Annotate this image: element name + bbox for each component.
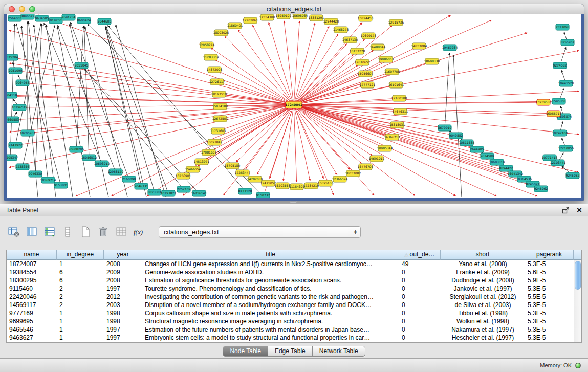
- graph-node[interactable]: 12944420: [323, 18, 339, 25]
- graph-node[interactable]: 10511685: [459, 140, 475, 146]
- import-table-icon[interactable]: [43, 225, 56, 238]
- graph-node[interactable]: 10771418: [542, 155, 558, 161]
- graph-node[interactable]: 18003025: [213, 30, 229, 36]
- panel-splitter-handle[interactable]: [290, 201, 297, 203]
- graph-node[interactable]: 1675204: [7, 54, 18, 60]
- graph-node[interactable]: 7513098: [556, 24, 570, 30]
- graph-node[interactable]: 11607705: [384, 69, 400, 75]
- select-columns-icon[interactable]: [25, 225, 38, 238]
- graph-node[interactable]: 8733128: [238, 188, 252, 194]
- graph-node[interactable]: 16093842: [207, 139, 223, 145]
- graph-node[interactable]: 11860401: [227, 23, 243, 29]
- graph-node[interactable]: 18381291: [309, 15, 324, 21]
- graph-node[interactable]: 12058274: [199, 42, 215, 48]
- graph-node[interactable]: 12202061: [243, 17, 258, 24]
- graph-node[interactable]: 16055718: [546, 111, 562, 117]
- graph-node[interactable]: 19467934: [442, 45, 458, 51]
- graph-node[interactable]: 2660583: [7, 117, 19, 123]
- graph-node[interactable]: 14637130: [342, 37, 358, 43]
- graph-node[interactable]: 9049882: [449, 133, 463, 139]
- graph-node[interactable]: 9274582: [553, 62, 567, 69]
- table-row[interactable]: 1830029562008Estimation of significance …: [7, 276, 574, 285]
- column-header-title[interactable]: title: [142, 250, 399, 260]
- graph-node[interactable]: 20608205: [69, 146, 84, 152]
- graph-node[interactable]: 8600424: [77, 17, 91, 24]
- column-header-short[interactable]: short: [441, 250, 525, 260]
- graph-node[interactable]: 2238366: [16, 164, 30, 170]
- graph-node[interactable]: 12672501: [212, 116, 228, 122]
- graph-node[interactable]: 8679919: [438, 125, 452, 131]
- graph-node[interactable]: 8804118: [7, 92, 17, 98]
- graph-node[interactable]: 9046330: [29, 171, 42, 177]
- graph-node[interactable]: 19086053: [378, 56, 394, 62]
- function-builder-icon[interactable]: f(x): [133, 225, 146, 238]
- graph-node[interactable]: 12726117: [209, 79, 225, 85]
- graph-node[interactable]: 15695160: [318, 180, 334, 186]
- graph-node[interactable]: 16203668: [275, 183, 291, 189]
- graph-node[interactable]: 10742100: [552, 130, 568, 136]
- graph-node[interactable]: 16476706: [358, 164, 374, 170]
- graph-node[interactable]: 17081657: [201, 149, 217, 156]
- graph-node[interactable]: 10193871: [161, 190, 177, 196]
- graph-node[interactable]: 14691012: [369, 156, 385, 162]
- graph-node[interactable]: 12366594: [332, 176, 348, 182]
- graph-node[interactable]: 9046331: [135, 183, 148, 189]
- graph-node[interactable]: 12915736: [388, 19, 404, 26]
- row-height-icon[interactable]: [61, 225, 74, 238]
- graph-node[interactable]: 17210055: [558, 145, 574, 151]
- graph-node[interactable]: 14513971: [194, 159, 210, 165]
- graph-node[interactable]: 15695034: [292, 14, 308, 19]
- graph-node[interactable]: 8896572: [21, 14, 35, 19]
- graph-node[interactable]: 11154302: [289, 184, 305, 190]
- graph-node[interactable]: 10905347: [7, 155, 18, 161]
- vertical-scrollbar[interactable]: [574, 260, 581, 342]
- table-row[interactable]: 1872400712008Changes of HCN gene express…: [7, 260, 574, 268]
- graph-node[interactable]: 2160090: [122, 176, 136, 182]
- graph-node[interactable]: 11731603: [210, 128, 226, 134]
- table-row[interactable]: 911546021997Tourette syndrome. Phenomeno…: [7, 285, 574, 293]
- table-row[interactable]: 946362711997Embryonic stem cells: a mode…: [7, 334, 574, 342]
- tab-edge-table[interactable]: Edge Table: [268, 346, 313, 356]
- graph-node[interactable]: 16705180: [225, 163, 241, 169]
- graph-node[interactable]: 9153801: [54, 182, 68, 188]
- graph-node[interactable]: 10699178: [361, 33, 377, 39]
- graph-node[interactable]: 18057082: [345, 170, 361, 177]
- graph-node[interactable]: 18698338: [424, 58, 440, 64]
- graph-node[interactable]: 10196519: [12, 104, 28, 111]
- table-select-dropdown[interactable]: citations_edges.txt ▲▼: [159, 226, 361, 238]
- new-table-icon[interactable]: [79, 225, 92, 238]
- network-canvas[interactable]: 2564005889657296345051019750576912348600…: [7, 14, 581, 198]
- table-row[interactable]: 1938455462009Genome-wide association stu…: [7, 268, 574, 276]
- graph-node[interactable]: 11283309: [203, 54, 219, 60]
- graph-node[interactable]: 15318031: [389, 122, 405, 128]
- graph-node[interactable]: 17777121: [360, 82, 376, 88]
- graph-node[interactable]: 9143922: [9, 142, 23, 148]
- graph-node[interactable]: 9245052: [566, 172, 580, 179]
- graph-node[interactable]: 17284219: [303, 183, 319, 189]
- graph-node[interactable]: 14702039: [247, 176, 263, 182]
- graph-node[interactable]: 9064958: [16, 80, 30, 86]
- graph-node[interactable]: 14646311: [393, 108, 408, 115]
- scrollbar-thumb[interactable]: [575, 261, 581, 290]
- graph-node[interactable]: 8255957: [561, 39, 575, 46]
- graph-node[interactable]: 15034180: [212, 103, 228, 110]
- graph-node[interactable]: 15056607: [358, 71, 374, 77]
- graph-node[interactable]: 10905344: [377, 145, 393, 151]
- graph-node[interactable]: 9245062: [534, 186, 548, 192]
- graph-node[interactable]: 7691234: [62, 14, 76, 20]
- graph-node[interactable]: 12160108: [391, 95, 407, 101]
- graph-node[interactable]: 7252109: [177, 186, 191, 192]
- graph-node[interactable]: 17240041: [285, 101, 302, 108]
- column-header-year[interactable]: year: [104, 250, 142, 260]
- graph-node[interactable]: 10693912: [94, 161, 110, 167]
- graph-node[interactable]: 16256901: [176, 173, 191, 179]
- window-titlebar[interactable]: citations_edges.txt: [4, 4, 584, 14]
- tab-node-table[interactable]: Node Table: [223, 346, 268, 356]
- graph-node[interactable]: 10441570: [558, 80, 574, 86]
- graph-node[interactable]: 2564005: [8, 15, 22, 21]
- graph-node[interactable]: 16157278: [350, 48, 365, 54]
- graph-node[interactable]: 2644605: [98, 18, 112, 25]
- column-header-out_de[interactable]: △out_de…: [399, 250, 441, 260]
- graph-node[interactable]: 16488044: [370, 44, 386, 50]
- graph-node[interactable]: 11468273: [333, 27, 349, 33]
